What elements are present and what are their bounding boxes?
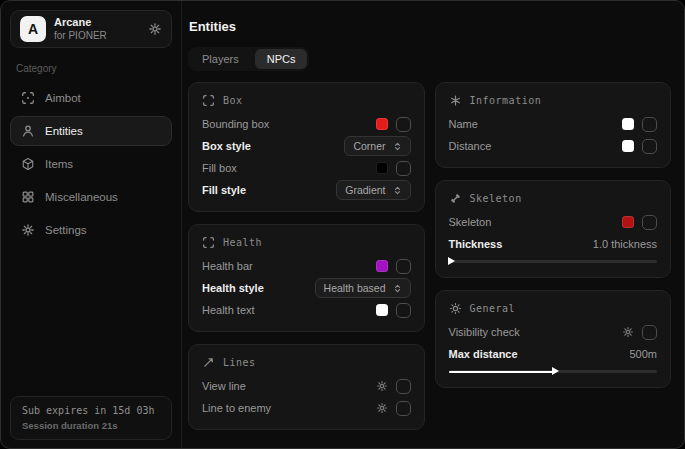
row-label: Bounding box bbox=[202, 118, 269, 130]
dropdown-value: Health based bbox=[324, 282, 386, 294]
settings-gear-icon[interactable] bbox=[622, 326, 634, 338]
row-controls bbox=[622, 325, 657, 340]
session-duration: Session duration 21s bbox=[22, 420, 160, 431]
color-swatch[interactable] bbox=[376, 260, 388, 272]
row-health-text: Health text bbox=[202, 299, 411, 321]
row-label: Line to enemy bbox=[202, 402, 271, 414]
sidebar-item-miscellaneous[interactable]: Miscellaneous bbox=[10, 182, 172, 212]
tab-players[interactable]: Players bbox=[190, 49, 251, 69]
color-swatch[interactable] bbox=[376, 118, 388, 130]
sidebar-item-items[interactable]: Items bbox=[10, 149, 172, 179]
tab-npcs[interactable]: NPCs bbox=[255, 49, 308, 69]
dropdown-value: Corner bbox=[353, 140, 385, 152]
color-swatch[interactable] bbox=[622, 118, 634, 130]
unfold-icon bbox=[393, 186, 402, 195]
sidebar-item-entities[interactable]: Entities bbox=[10, 116, 172, 146]
row-controls bbox=[376, 161, 411, 176]
sidebar: A Arcane for PIONER Category Aimbot bbox=[1, 1, 182, 448]
grid-icon bbox=[21, 190, 35, 204]
sidebar-item-label: Aimbot bbox=[45, 92, 81, 104]
checkbox[interactable] bbox=[642, 117, 657, 132]
row-label: View line bbox=[202, 380, 246, 392]
app-subtitle: for PIONER bbox=[54, 30, 140, 43]
sidebar-item-aimbot[interactable]: Aimbot bbox=[10, 83, 172, 113]
app-meta: Arcane for PIONER bbox=[54, 16, 140, 42]
card-header: Information bbox=[449, 94, 658, 107]
sidebar-item-settings[interactable]: Settings bbox=[10, 215, 172, 245]
row-controls bbox=[622, 117, 657, 132]
asterisk-icon bbox=[449, 94, 462, 107]
row-fill-style: Fill style Gradient bbox=[202, 179, 411, 201]
checkbox[interactable] bbox=[642, 215, 657, 230]
card-general: General Visibility check Max distance 50… bbox=[435, 290, 672, 388]
checkbox[interactable] bbox=[396, 117, 411, 132]
card-header: General bbox=[449, 302, 658, 315]
settings-gear-icon[interactable] bbox=[376, 402, 388, 414]
checkbox[interactable] bbox=[396, 161, 411, 176]
checkbox[interactable] bbox=[642, 325, 657, 340]
package-icon bbox=[21, 157, 35, 171]
app-name: Arcane bbox=[54, 16, 140, 30]
settings-gear-icon[interactable] bbox=[376, 380, 388, 392]
thickness-slider[interactable] bbox=[449, 256, 658, 267]
box-style-dropdown[interactable]: Corner bbox=[344, 136, 410, 156]
row-box-style: Box style Corner bbox=[202, 135, 411, 157]
row-label: Health style bbox=[202, 282, 264, 294]
gear-icon[interactable] bbox=[148, 22, 162, 36]
card-title: Health bbox=[223, 237, 262, 248]
row-thickness: Thickness 1.0 thickness bbox=[449, 233, 658, 255]
subscription-expiry: Sub expires in 15d 03h bbox=[22, 405, 160, 416]
row-label: Thickness bbox=[449, 238, 503, 250]
card-skeleton: Skeleton Skeleton Thickness 1.0 thicknes… bbox=[435, 180, 672, 278]
row-max-distance: Max distance 500m bbox=[449, 343, 658, 365]
slider-handle-icon[interactable] bbox=[448, 257, 455, 265]
row-fill-box: Fill box bbox=[202, 157, 411, 179]
checkbox[interactable] bbox=[396, 303, 411, 318]
slider-handle-icon[interactable] bbox=[552, 367, 559, 375]
checkbox[interactable] bbox=[642, 139, 657, 154]
diagonal-line-icon bbox=[202, 356, 215, 369]
card-lines: Lines View line Line to enemy bbox=[188, 344, 425, 430]
slider-value: 500m bbox=[629, 348, 657, 360]
health-style-dropdown[interactable]: Health based bbox=[315, 278, 411, 298]
row-label: Distance bbox=[449, 140, 492, 152]
sun-icon bbox=[449, 302, 462, 315]
card-box: Box Bounding box Box style Corner bbox=[188, 82, 425, 212]
max-distance-slider[interactable] bbox=[449, 366, 658, 377]
card-header: Box bbox=[202, 94, 411, 107]
row-controls bbox=[622, 139, 657, 154]
color-swatch[interactable] bbox=[376, 304, 388, 316]
card-header: Health bbox=[202, 236, 411, 249]
main-content: Entities Players NPCs Box Bounding box bbox=[182, 1, 684, 448]
card-title: General bbox=[470, 303, 516, 314]
row-label: Max distance bbox=[449, 348, 518, 360]
slider-track bbox=[449, 260, 658, 263]
card-header: Skeleton bbox=[449, 192, 658, 205]
checkbox[interactable] bbox=[396, 401, 411, 416]
sidebar-item-label: Entities bbox=[45, 125, 83, 137]
checkbox[interactable] bbox=[396, 379, 411, 394]
frame-corners-icon bbox=[202, 236, 215, 249]
sidebar-item-label: Settings bbox=[45, 224, 87, 236]
card-information: Information Name Distance bbox=[435, 82, 672, 168]
dropdown-value: Gradient bbox=[345, 184, 385, 196]
category-label: Category bbox=[16, 63, 166, 74]
color-swatch[interactable] bbox=[622, 216, 634, 228]
left-column: Box Bounding box Box style Corner bbox=[188, 82, 425, 430]
unfold-icon bbox=[393, 142, 402, 151]
color-swatch[interactable] bbox=[622, 140, 634, 152]
card-health: Health Health bar Health style Health ba… bbox=[188, 224, 425, 332]
fill-style-dropdown[interactable]: Gradient bbox=[336, 180, 410, 200]
frame-corners-icon bbox=[202, 94, 215, 107]
row-skeleton: Skeleton bbox=[449, 211, 658, 233]
row-controls bbox=[622, 215, 657, 230]
app-logo: A bbox=[20, 16, 46, 42]
row-line-to-enemy: Line to enemy bbox=[202, 397, 411, 419]
sidebar-nav: Aimbot Entities Items Miscellaneous bbox=[10, 83, 172, 245]
checkbox[interactable] bbox=[396, 259, 411, 274]
app-window: A Arcane for PIONER Category Aimbot bbox=[0, 0, 685, 449]
row-label: Skeleton bbox=[449, 216, 492, 228]
row-label: Box style bbox=[202, 140, 251, 152]
color-swatch[interactable] bbox=[376, 162, 388, 174]
row-label: Health text bbox=[202, 304, 255, 316]
